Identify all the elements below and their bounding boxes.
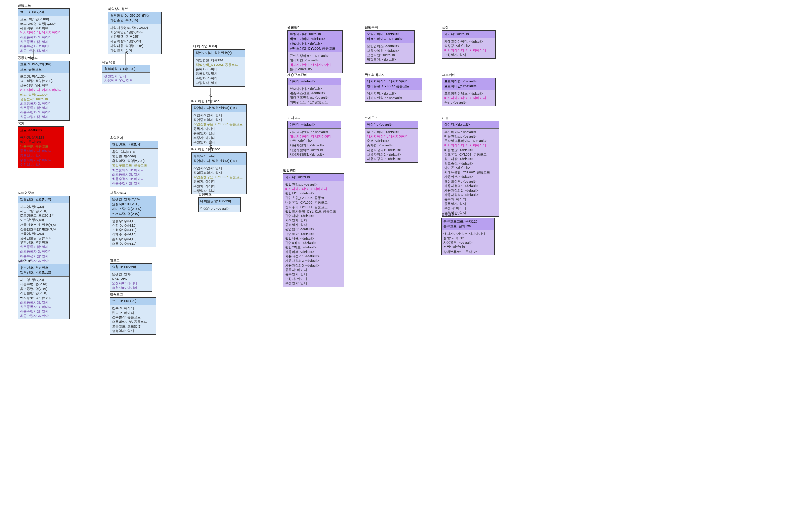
entity-attribute: 프로퍼티인덱스: <default> [444, 91, 493, 96]
entity-attribute: 등록일시: 일시 [20, 153, 62, 158]
entity-attribute: 작업시작일시: 일시 [193, 113, 244, 118]
entity-attribute: 생성수: 수(N,10) [112, 219, 154, 223]
entity-i18n-msg: 메시지아이디: 메시지아이디언어유형_CYL005: 공통코드 메시지명: <d… [365, 78, 422, 102]
entity-attribute: 종료일자: 일자 [285, 223, 342, 227]
entity-attribute: 최초등록자ID: 아이디 [20, 305, 67, 309]
entity-title: 우편번호 [18, 259, 31, 264]
entity-body: 부모아이디: <default>계층구조경로: <default>계층구조인덱스… [288, 85, 341, 106]
entity-attribute: 등록일시: 일시 [285, 272, 342, 277]
entity-attribute: 수정자: 아이디 [444, 206, 497, 210]
entity-attribute: 읍면동명: 명(V,60) [20, 287, 67, 291]
entity-attribute: 순서: <default> [290, 67, 341, 71]
entity-attribute: 내용유형_CYL009: 공통코드 [285, 200, 342, 205]
entity-body: 휴일: 일자(C,8)휴일명: 명(V,60)휴일설명: 설명(V,200)휴일… [110, 149, 158, 187]
entity-attribute: 수정수: 수(N,10) [112, 223, 154, 228]
entity-attribute: 시도명: 명(V,20) [20, 204, 67, 209]
entity-attribute: 사용자정의2: <default> [285, 258, 342, 263]
entity-attribute: 사용자정의2: <default> [290, 148, 339, 152]
entity-header: 첨부파일ID: ID(C,20) (FK)파일순번: 수(N,10) [108, 12, 161, 24]
entity-attribute: 생성일시: 일시 [112, 329, 154, 333]
entity-attribute: 부모아이디: <default> [290, 87, 339, 91]
entity-attribute: 팝업테마: <default> [285, 214, 342, 218]
entity-attribute: 도로명코드: 코드(C,14) [20, 213, 67, 218]
entity-body: 국가명: 문자128약어: 문자128대륙구분: 공통코드등록자아이디: 아이디… [18, 134, 64, 168]
entity-attribute: 정렬순서: <default> [20, 97, 67, 101]
entity-attribute: 순번: <default> [290, 139, 339, 143]
entity-attribute: 사용자정의3: <default> [444, 193, 497, 197]
entity-attribute: 다음순번: <default> [200, 206, 239, 211]
entity-category: 아이디: <default> 카테고리인덱스: <default>메시지아이디:… [287, 121, 341, 158]
entity-attribute: 메시지아이디: 메시지아이디 [20, 88, 67, 92]
entity-title: 공통코드 [18, 3, 31, 8]
entity-body: 코드명: 명(V,100)코드설명: 설명(V,200)사용여부_YN: 여부메… [18, 73, 69, 120]
entity-disc-manage: 롤링아이디: <default>레코드아이디: <default>타입아이디: … [287, 30, 343, 73]
entity-attribute: 등록자: 아이디 [193, 179, 244, 184]
entity-holiday: 휴일번호: 번호(N,6) 휴일: 일자(C,8)휴일명: 명(V,60)휴일설… [110, 141, 158, 187]
entity-header: 테이블명칭: ID(V,20) [199, 198, 240, 205]
entity-attribute: 번지동호: 코드(V,20) [20, 296, 67, 300]
entity-attribute: 수정자: 아이디 [196, 76, 243, 81]
entity-title: 일련번호 [198, 192, 212, 197]
entity-attribute: 사용자정의2: <default> [444, 188, 497, 193]
entity-attribute: 접속ID: 아이디 [112, 306, 154, 311]
entity-attribute: 팝업인덱스: <default> [285, 182, 342, 187]
entity-header: 코드: <default> [18, 127, 64, 134]
entity-header: 작업아이디: 일련번호(3) (FK) [192, 105, 246, 112]
entity-body: 카테고리아이디: <default>설정값: <default>메시지아이디: … [442, 38, 495, 58]
entity-attribute: 코드설명: 설명(V,200) [20, 79, 67, 83]
entity-attribute: 팝업넓이: <default> [285, 227, 342, 231]
entity-attribute: 콘텐츠정의코드: <default> [290, 54, 341, 58]
entity-attribute: 설명: 제목512 [443, 236, 493, 240]
entity-menu: 아이디: <default> 부모아이디: <default>메뉴인덱스: <d… [442, 121, 499, 217]
entity-attribute: 최초등록시점: 일시 [20, 300, 67, 305]
entity-attribute: 비고: 설명(V,1000) [20, 92, 67, 97]
entity-attribute: 사용여부_YN: 여부 [20, 83, 67, 88]
entity-attribute: 시도명: 명(V,20) [20, 278, 67, 282]
entity-attribute: 사용자정의1: <default> [285, 254, 342, 258]
entity-header: 롤링아이디: <default>레코드아이디: <default>타입아이디: … [288, 31, 342, 52]
entity-title: 원판관리 [287, 25, 301, 30]
entity-body: 부모아이디: <default>메시지아이디: 메시지아이디순서: <defau… [365, 129, 418, 162]
entity-attribute: 메시지아이디: 메시지아이디 [443, 231, 493, 236]
entity-attribute: 수정자: 아이디 [285, 277, 342, 281]
entity-title: 국제화메시지 [365, 72, 385, 77]
entity-attribute: 건물번호부번: 번호(N,5) [20, 227, 67, 231]
entity-title: 국가 [18, 121, 24, 126]
entity-body: 코드ID명: 명(V,100)코드ID설명: 설명(V,200)사용여부_YN:… [18, 16, 69, 54]
entity-attribute: 최종수정자ID: 아이디 [20, 314, 67, 318]
entity-attribute: 접속방식: 공통코드 [112, 315, 154, 319]
entity-header: 모델아이디: <default>레코드아이디: <default> [365, 31, 414, 43]
entity-attribute: 역할복원: <default> [367, 57, 412, 62]
entity-batch-job-history: 등록일시: 일시작업아이디: 일련번호(3) (FK) 작업시작일시: 일시작업… [191, 152, 247, 194]
entity-country: 코드: <default> 국가명: 문자128약어: 문자128대륙구분: 공… [18, 126, 64, 168]
entity-attribute: 사용여부: <default> [444, 174, 497, 179]
entity-attribute: 파일확장자: 명(V,20) [110, 39, 159, 43]
entity-title: 사용자로그 [110, 190, 126, 195]
entity-attribute: 휴일명: 명(V,60) [112, 154, 156, 159]
entity-attribute: 최초등록시점: 일시 [20, 106, 67, 110]
entity-tree: 아이디: <default> 부모아이디: <default>메시지아이디: 메… [365, 121, 418, 163]
entity-attribute: 사용자정의1: <default> [444, 184, 497, 188]
entity-attribute: 메시지아이디: 메시지아이디 [285, 187, 342, 191]
entity-header: 등록일시: 일시작업아이디: 일련번호(3) (FK) [192, 153, 246, 165]
entity-header: 휴일번호: 번호(N,6) [110, 141, 158, 149]
entity-attribute: 건물번호본번: 번호(N,5) [20, 223, 67, 227]
entity-popup: 아이디: <default> 팝업인덱스: <default>메시지아이디: 메… [283, 173, 344, 287]
entity-attribute: 발생일: 일자 [112, 272, 150, 277]
entity-attribute: 최초등록시점: 일시 [20, 245, 67, 249]
entity-attribute: 등록일자: 일시 [196, 71, 243, 76]
entity-attribute: 팝업Y좌표: <default> [285, 245, 342, 250]
entity-postal-code: 우편번호: 우편번호일련번호: 번호(N,10) 시도명: 명(V,20)시군구… [18, 264, 70, 319]
entity-header: 요청ID: ID(V,20) [110, 264, 152, 271]
entity-attribute: 작업상태_CYL002: 공통코드 [196, 62, 243, 67]
entity-serial-number: 테이블명칭: ID(V,20) 다음순번: <default> [198, 197, 241, 212]
entity-attribute: 카테고리아이디: <default> [444, 39, 493, 44]
entity-header: 아이디: <default> [442, 121, 499, 129]
entity-body: 작업시작일시: 일시작업종료일시: 일시작업실행구분_CYL003: 공통코드등… [192, 165, 246, 194]
entity-attribute: 메시지아이디: 메시지아이디 [444, 143, 497, 148]
entity-body: 작업시작일시: 일시작업종료일시: 일시작업실행구분_CYL003: 공통코드등… [192, 112, 246, 146]
entity-header: 메시지아이디: 메시지아이디언어유형_CYL005: 공통코드 [365, 78, 422, 90]
entity-attribute: 상세건물명: 명(V,60) [20, 236, 67, 240]
entity-header: 작업아이디: 일련번호(3) [194, 50, 245, 57]
entity-attribute: 파일내용: 설명(CLOB) [110, 44, 159, 48]
